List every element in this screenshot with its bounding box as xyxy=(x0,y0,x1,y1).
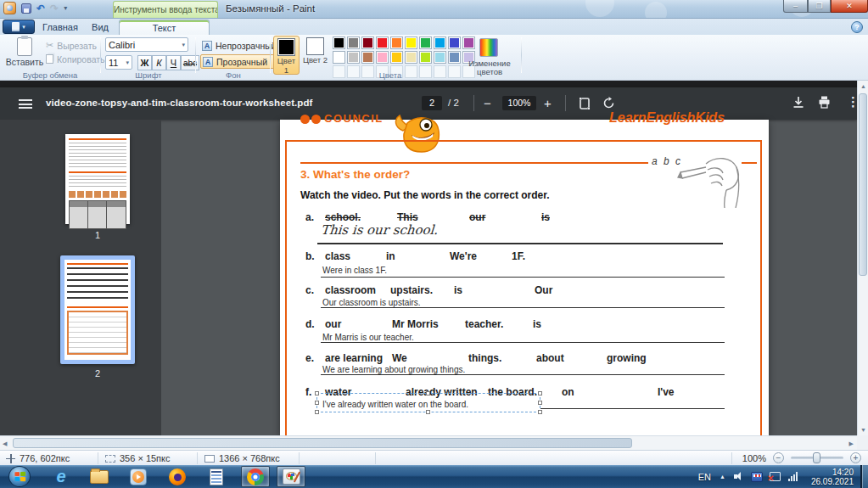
palette-color-swatch[interactable] xyxy=(390,36,403,49)
palette-color-swatch[interactable] xyxy=(434,51,446,64)
palette-color-swatch[interactable] xyxy=(448,51,461,64)
thumbnail-1-label: 1 xyxy=(65,230,130,240)
taskbar-paint-icon[interactable] xyxy=(277,466,305,487)
scroll-left-icon[interactable]: ◀ xyxy=(3,440,7,447)
palette-color-swatch[interactable] xyxy=(376,51,389,64)
taskbar-internet-explorer-icon[interactable]: e xyxy=(47,466,76,487)
font-family-select[interactable]: Calibri▾ xyxy=(105,37,188,52)
fit-page-icon[interactable] xyxy=(579,97,591,114)
horizontal-scrollbar[interactable]: ◀ ▶ xyxy=(0,435,857,450)
palette-color-swatch[interactable] xyxy=(347,51,360,64)
thumbnail-page-1[interactable] xyxy=(65,134,130,224)
tab-text[interactable]: Текст xyxy=(119,20,210,35)
maximize-button[interactable]: ❐ xyxy=(808,0,831,13)
zoom-in-button[interactable]: + xyxy=(850,452,861,463)
paste-button[interactable]: Вставить xyxy=(5,36,44,74)
palette-color-swatch[interactable] xyxy=(462,36,475,49)
volume-icon[interactable] xyxy=(734,472,743,481)
minimize-button[interactable]: – xyxy=(783,0,808,13)
language-bar-icon[interactable] xyxy=(751,472,763,482)
vertical-scrollbar[interactable]: ▲ ▼ xyxy=(857,81,868,435)
vertical-scroll-thumb[interactable] xyxy=(859,93,867,276)
bold-button[interactable]: Ж xyxy=(137,55,152,70)
undo-icon[interactable]: ↶ xyxy=(36,3,45,14)
strikethrough-button[interactable]: abc xyxy=(181,55,199,70)
edit-colors-icon[interactable] xyxy=(479,38,498,57)
palette-color-swatch[interactable] xyxy=(448,36,461,49)
redo-icon[interactable]: ↷ xyxy=(50,3,59,14)
save-icon[interactable] xyxy=(21,3,31,14)
color2-button[interactable]: Цвет 2 xyxy=(302,36,328,75)
edit-colors-label[interactable]: Изменение цветов xyxy=(464,59,515,76)
color1-button[interactable]: Цвет 1 xyxy=(273,36,300,75)
taskbar-media-player-icon[interactable] xyxy=(124,466,153,487)
cut-button[interactable]: ✂ Вырезать xyxy=(46,39,97,52)
file-menu-button[interactable]: ▾ xyxy=(3,20,35,34)
hidden-icons-arrow-icon[interactable]: ▲ xyxy=(720,474,725,480)
taskbar-explorer-icon[interactable] xyxy=(85,466,114,487)
palette-color-swatch[interactable] xyxy=(376,36,389,49)
font-size-select[interactable]: 11▾ xyxy=(105,55,132,70)
paint-app-icon[interactable] xyxy=(3,2,16,14)
palette-empty-slot[interactable] xyxy=(448,65,461,78)
horizontal-scroll-thumb[interactable] xyxy=(13,438,632,448)
scroll-right-icon[interactable]: ▶ xyxy=(849,440,854,447)
zoom-level-input[interactable]: 100% xyxy=(502,96,536,110)
scramble-word: is xyxy=(533,318,541,330)
print-icon[interactable] xyxy=(818,96,831,112)
answer-line xyxy=(321,374,725,375)
show-desktop-button[interactable] xyxy=(860,465,868,488)
palette-color-swatch[interactable] xyxy=(419,36,432,49)
taskbar-clock[interactable]: 14:20 26.09.2021 xyxy=(811,468,854,486)
paint-canvas[interactable]: video-zone-topsy-and-tim-classroom-tour-… xyxy=(0,81,857,435)
palette-color-swatch[interactable] xyxy=(390,51,403,64)
taskbar-chrome-icon[interactable] xyxy=(241,466,270,487)
opaque-background-option[interactable]: A Непрозрачный xyxy=(200,38,278,53)
start-button[interactable] xyxy=(8,466,31,487)
palette-color-swatch[interactable] xyxy=(361,51,374,64)
scramble-word: class xyxy=(325,250,350,262)
download-icon[interactable] xyxy=(792,96,804,113)
help-icon[interactable]: ? xyxy=(851,21,863,33)
transparent-background-option[interactable]: A Прозрачный xyxy=(200,54,278,69)
zoom-slider-thumb[interactable] xyxy=(813,452,820,463)
tab-view[interactable]: Вид xyxy=(84,20,116,35)
palette-color-swatch[interactable] xyxy=(347,36,360,49)
typed-answer-in-edit[interactable]: I've already written water on the board. xyxy=(322,400,468,409)
language-indicator[interactable]: EN xyxy=(698,472,711,482)
palette-color-swatch[interactable] xyxy=(333,36,345,49)
menu-icon[interactable] xyxy=(19,99,32,109)
palette-color-swatch[interactable] xyxy=(333,51,345,64)
scroll-down-icon[interactable]: ▼ xyxy=(858,427,868,433)
taskbar-wordpad-icon[interactable] xyxy=(202,466,231,487)
copy-button[interactable]: Копировать xyxy=(46,53,105,65)
palette-color-swatch[interactable] xyxy=(361,36,374,49)
zoom-out-button[interactable]: − xyxy=(773,452,784,463)
font-size-caret-icon: ▾ xyxy=(126,59,129,66)
palette-color-swatch[interactable] xyxy=(419,51,432,64)
qat-dropdown-icon[interactable]: ▾ xyxy=(64,4,67,12)
underline-button[interactable]: Ч xyxy=(166,55,181,70)
zoom-slider[interactable] xyxy=(791,457,843,459)
zoom-in-icon[interactable]: + xyxy=(544,96,552,110)
worksheet-page: COUNCIL LearnEnglishKids xyxy=(280,120,769,435)
taskbar-firefox-icon[interactable] xyxy=(163,466,192,487)
background-group-label: Фон xyxy=(187,70,280,80)
tab-home[interactable]: Главная xyxy=(38,20,82,35)
signal-strength-icon[interactable] xyxy=(788,472,798,481)
handwritten-answer: This is our school. xyxy=(320,222,438,238)
network-disconnected-icon[interactable] xyxy=(770,472,781,481)
scroll-up-icon[interactable]: ▲ xyxy=(858,83,868,89)
more-options-icon[interactable]: ⋮ xyxy=(847,94,857,109)
zoom-out-icon[interactable]: − xyxy=(484,96,491,110)
quick-access-toolbar: ↶ ↷ ▾ xyxy=(3,2,67,14)
palette-color-swatch[interactable] xyxy=(405,36,417,49)
close-button[interactable]: ✕ xyxy=(831,0,868,13)
palette-color-swatch[interactable] xyxy=(405,51,417,64)
palette-color-swatch[interactable] xyxy=(434,36,446,49)
italic-button[interactable]: К xyxy=(152,55,166,70)
british-council-logo-dot xyxy=(300,115,310,124)
thumbnail-page-2-selected[interactable] xyxy=(60,255,135,364)
page-number-input[interactable]: 2 xyxy=(422,96,442,110)
pdf-filename: video-zone-topsy-and-tim-classroom-tour-… xyxy=(46,98,313,108)
